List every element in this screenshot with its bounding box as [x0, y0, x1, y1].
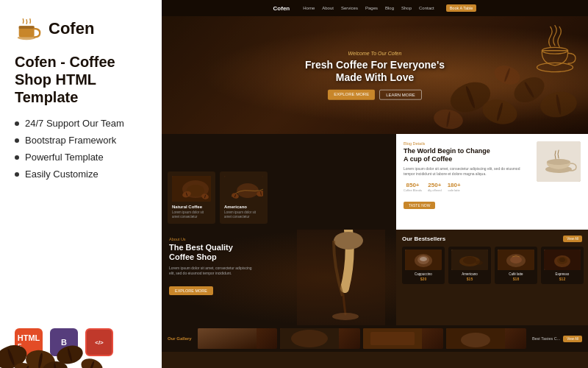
- shop-header: Our Bestsellers View All: [402, 236, 582, 242]
- right-panel: Cofen Home About Services Pages Blog Sho…: [162, 0, 588, 368]
- svg-point-54: [463, 257, 476, 264]
- gallery-sub-label: Best Tastes C...: [532, 336, 560, 341]
- card-image-2: [224, 176, 263, 202]
- hero-title: Fresh Coffee For Everyone'sMade With Lov…: [305, 59, 445, 84]
- coffee-cup-illustration: [529, 24, 581, 78]
- products-grid: Cappuccino $20 Americano: [402, 247, 582, 284]
- template-card-1: Natural Coffee Lorem ipsum dolor sit ame…: [168, 171, 215, 224]
- nav-link-shop: Shop: [401, 6, 412, 10]
- template-quality-section: About Us The Best QualityCoffee Shop Lor…: [162, 230, 396, 325]
- stat-2: 250+ dly offered: [428, 182, 442, 192]
- card-text-1: Lorem ipsum dolor sit amet consectetur: [172, 210, 211, 219]
- hero-content: Welcome To Our Cofen Fresh Coffee For Ev…: [305, 51, 445, 100]
- feature-item: Powerful Template: [15, 152, 147, 163]
- quality-text: Lorem ipsum dolor sit amet, consectetur …: [169, 266, 257, 276]
- nav-link-pages: Pages: [365, 6, 378, 10]
- template-card-2: Americano Lorem ipsum dolor sit amet con…: [220, 171, 268, 224]
- svg-point-51: [420, 257, 427, 261]
- logo-text: Cofen: [49, 19, 94, 38]
- gallery-item-3: [363, 328, 443, 349]
- card-text-2: Lorem ipsum dolor sit amet consectetur: [224, 210, 263, 219]
- features-list: 24/7 Support Our Team Bootstrap Framewor…: [15, 118, 147, 180]
- svg-rect-1: [19, 26, 35, 29]
- template-gallery: Our Gallery: [162, 325, 588, 352]
- blog-stats: 850+ Coffee Blends 250+ dly offered 180+…: [404, 182, 581, 192]
- svg-point-62: [559, 258, 565, 262]
- product-item-3: Café latte $18: [495, 247, 537, 284]
- feature-item: Easily Customize: [15, 169, 147, 180]
- quality-label: About Us: [169, 237, 389, 241]
- shop-view-all-button[interactable]: View All: [563, 236, 582, 242]
- stat-1-num: 850+: [404, 182, 422, 188]
- svg-point-66: [291, 330, 328, 347]
- stat-3-label: cafe latte: [448, 188, 461, 192]
- bullet-icon: [15, 138, 19, 143]
- template-cards-area: Natural Coffee Lorem ipsum dolor sit ame…: [162, 134, 396, 230]
- hero-subtitle: Welcome To Our Cofen: [305, 51, 445, 56]
- feature-text: Easily Customize: [25, 169, 98, 180]
- bullet-icon: [15, 121, 19, 126]
- gallery-view-all-button[interactable]: View All: [563, 336, 582, 342]
- feature-text: 24/7 Support Our Team: [25, 118, 124, 129]
- product-price-3: $18: [498, 277, 534, 281]
- learn-more-button[interactable]: LEARN MORE: [379, 89, 422, 99]
- gallery-item-1: [198, 328, 278, 349]
- explore-button[interactable]: EXPLORE MORE: [328, 89, 375, 99]
- taste-now-button[interactable]: TASTE NOW: [404, 202, 435, 209]
- stat-2-label: dly offered: [428, 188, 442, 192]
- template-hero: Welcome To Our Cofen Fresh Coffee For Ev…: [162, 16, 588, 134]
- hero-buttons: EXPLORE MORE LEARN MORE: [305, 89, 445, 99]
- stat-1-label: Coffee Blends: [404, 188, 422, 192]
- svg-point-58: [510, 256, 522, 263]
- svg-point-55: [476, 261, 483, 265]
- template-navbar: Cofen Home About Services Pages Blog Sho…: [162, 0, 588, 16]
- nav-link-blog: Blog: [385, 6, 394, 10]
- explore-more-button[interactable]: EXPLORE MORE: [169, 286, 213, 295]
- template-nav-logo: Cofen: [273, 5, 290, 12]
- svg-point-44: [547, 159, 570, 165]
- product-image-3: [498, 250, 534, 270]
- shop-title: Our Bestsellers: [402, 236, 445, 242]
- card-title-2: Americano: [224, 205, 263, 209]
- product-image-4: [544, 250, 581, 270]
- feature-text: Powerful Template: [25, 152, 104, 163]
- product-item-4: Espresso $12: [541, 247, 584, 284]
- svg-rect-64: [198, 328, 257, 349]
- stat-3: 180+ cafe latte: [448, 182, 461, 192]
- gallery-footer: Best Tastes C... View All: [532, 336, 582, 342]
- card-title-1: Natural Coffee: [172, 205, 211, 209]
- template-shop-section: Our Bestsellers View All: [396, 230, 588, 325]
- svg-point-47: [332, 313, 359, 320]
- product-price-2: $15: [451, 277, 488, 281]
- svg-rect-68: [370, 332, 415, 345]
- product-name-1: Cappuccino: [405, 272, 442, 276]
- product-name-4: Espresso: [544, 272, 581, 276]
- product-price-1: $20: [405, 277, 442, 281]
- nav-link-contact: Contact: [419, 6, 434, 10]
- product-price-4: $12: [544, 277, 581, 281]
- gallery-item-2: [280, 328, 360, 349]
- bullet-icon: [15, 155, 19, 160]
- feature-item: 24/7 Support Our Team: [15, 118, 147, 129]
- nav-link-services: Services: [341, 6, 358, 10]
- template-section2: Natural Coffee Lorem ipsum dolor sit ame…: [162, 134, 588, 230]
- feature-item: Bootstrap Framework: [15, 135, 147, 146]
- svg-point-27: [537, 63, 573, 71]
- nav-cta-button: Book A Table: [446, 4, 477, 12]
- svg-point-70: [461, 333, 490, 347]
- gallery-label: Our Gallery: [168, 336, 192, 341]
- gallery-item-4: [446, 328, 526, 349]
- left-panel: Cofen Cofen - Coffee Shop HTML Template …: [0, 0, 162, 368]
- logo-area: Cofen: [15, 15, 147, 43]
- template-preview: Cofen Home About Services Pages Blog Sho…: [162, 0, 588, 368]
- nav-link-home: Home: [303, 6, 315, 10]
- stat-2-num: 250+: [428, 182, 442, 188]
- card-image-1: [172, 176, 211, 202]
- blog-image: [537, 141, 581, 182]
- product-name-2: Americano: [451, 272, 488, 276]
- template-section3: About Us The Best QualityCoffee Shop Lor…: [162, 230, 588, 325]
- feature-text: Bootstrap Framework: [25, 135, 116, 146]
- template-blog-area: Blog Details The World Begin to ChangeA …: [396, 134, 588, 230]
- product-name-3: Café latte: [498, 272, 534, 276]
- stat-3-num: 180+: [448, 182, 461, 188]
